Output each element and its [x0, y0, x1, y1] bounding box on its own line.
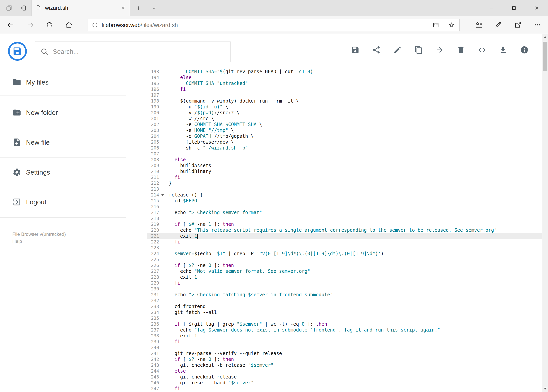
- code-line[interactable]: 232: [147, 298, 542, 304]
- code-line[interactable]: 200 -v /$(pwd):/src:z \: [147, 110, 542, 116]
- code-line[interactable]: 207: [147, 151, 542, 157]
- code-line[interactable]: 238 exit 1: [147, 333, 542, 339]
- sidebar-item-new-file[interactable]: New file: [0, 136, 126, 148]
- line-number[interactable]: 239: [147, 339, 164, 345]
- line-number[interactable]: 214: [147, 192, 164, 198]
- tab-preview-icon[interactable]: [16, 0, 30, 16]
- code-line[interactable]: 241 git rev-parse --verify --quiet relea…: [147, 350, 542, 356]
- line-number[interactable]: 235: [147, 315, 164, 321]
- line-number[interactable]: 205: [147, 139, 164, 145]
- address-bar[interactable]: filebrowser.web/files/wizard.sh: [87, 19, 460, 31]
- code-line[interactable]: 231 echo "> Checking matching $semver in…: [147, 292, 542, 298]
- code-icon[interactable]: [475, 37, 490, 63]
- reading-view-icon[interactable]: [431, 19, 441, 31]
- vertical-scrollbar[interactable]: [542, 34, 548, 392]
- line-number[interactable]: 219: [147, 221, 164, 227]
- line-number[interactable]: 216: [147, 204, 164, 210]
- close-window-button[interactable]: [528, 0, 545, 16]
- code-line[interactable]: 218: [147, 216, 542, 221]
- forward-button[interactable]: [23, 16, 37, 34]
- code-line[interactable]: 247 fi: [147, 386, 542, 392]
- code-line[interactable]: 220 echo "This release script requires a…: [147, 227, 542, 233]
- code-line[interactable]: 203 -e HOME="//tmp" \: [147, 127, 542, 133]
- code-line[interactable]: 223: [147, 245, 542, 251]
- code-line[interactable]: 198 $(command -v winpty) docker run --rm…: [147, 98, 542, 104]
- line-number[interactable]: 206: [147, 145, 164, 151]
- line-number[interactable]: 218: [147, 216, 164, 221]
- line-number[interactable]: 200: [147, 110, 164, 116]
- filebrowser-logo[interactable]: [8, 42, 27, 61]
- code-line[interactable]: 211 fi: [147, 174, 542, 180]
- code-line[interactable]: 209 buildAssets: [147, 163, 542, 168]
- code-line[interactable]: 219 if [ $# -ne 1 ]; then: [147, 221, 542, 227]
- scroll-up-icon[interactable]: [542, 34, 548, 41]
- code-line[interactable]: 243 git checkout -b release "$semver": [147, 362, 542, 368]
- code-line[interactable]: 233 cd frontend: [147, 304, 542, 309]
- code-line[interactable]: 242 if [ $? -ne 0 ]; then: [147, 356, 542, 362]
- code-line[interactable]: 227 echo "Not valid semver format. See s…: [147, 268, 542, 274]
- line-number[interactable]: 220: [147, 227, 164, 233]
- web-note-pen-icon[interactable]: [491, 16, 505, 34]
- line-number[interactable]: 209: [147, 163, 164, 168]
- line-number[interactable]: 246: [147, 380, 164, 386]
- scrollbar-thumb[interactable]: [543, 42, 548, 71]
- line-number[interactable]: 225: [147, 257, 164, 262]
- code-line[interactable]: 215 cd $REPO: [147, 198, 542, 204]
- line-number[interactable]: 236: [147, 321, 164, 327]
- code-line[interactable]: 212}: [147, 180, 542, 186]
- code-line[interactable]: 214release () {: [147, 192, 542, 198]
- code-line[interactable]: 224 semver=$(echo "$1" | grep -P '^v(0|[…: [147, 251, 542, 257]
- line-number[interactable]: 226: [147, 262, 164, 268]
- code-line[interactable]: 228 exit 1: [147, 274, 542, 280]
- refresh-button[interactable]: [42, 16, 56, 34]
- line-number[interactable]: 198: [147, 98, 164, 104]
- line-number[interactable]: 240: [147, 345, 164, 350]
- line-number[interactable]: 229: [147, 280, 164, 286]
- line-number[interactable]: 222: [147, 239, 164, 245]
- line-number[interactable]: 241: [147, 350, 164, 356]
- line-number[interactable]: 202: [147, 121, 164, 127]
- save-icon[interactable]: [348, 37, 363, 63]
- code-line[interactable]: 204 -e GOPATH=//tmp/gopath \: [147, 133, 542, 139]
- sidebar-item-my-files[interactable]: My files: [0, 76, 126, 88]
- line-number[interactable]: 199: [147, 104, 164, 110]
- line-number[interactable]: 201: [147, 116, 164, 121]
- line-number[interactable]: 213: [147, 186, 164, 192]
- code-line[interactable]: 194 else: [147, 75, 542, 80]
- code-line[interactable]: 196 fi: [147, 86, 542, 92]
- line-number[interactable]: 196: [147, 86, 164, 92]
- line-number[interactable]: 247: [147, 386, 164, 392]
- sidebar-item-new-folder[interactable]: New folder: [0, 107, 126, 119]
- code-line[interactable]: 216: [147, 204, 542, 210]
- code-line[interactable]: 199 -u "$(id -u)" \: [147, 104, 542, 110]
- code-line[interactable]: 237 echo "Tag $semver does not exist in …: [147, 327, 542, 333]
- code-line[interactable]: 240: [147, 345, 542, 350]
- line-number[interactable]: 243: [147, 362, 164, 368]
- line-number[interactable]: 204: [147, 133, 164, 139]
- back-button[interactable]: [4, 16, 18, 34]
- code-line[interactable]: 208 else: [147, 157, 542, 163]
- info-icon[interactable]: [517, 37, 532, 63]
- code-line[interactable]: 246 git reset --hard "$semver": [147, 380, 542, 386]
- line-number[interactable]: 193: [147, 69, 164, 75]
- line-number[interactable]: 230: [147, 286, 164, 292]
- line-number[interactable]: 233: [147, 304, 164, 309]
- hub-favorites-icon[interactable]: [472, 16, 486, 34]
- code-line[interactable]: 239 fi: [147, 339, 542, 345]
- code-line[interactable]: 201 -w //src \: [147, 116, 542, 121]
- new-tab-button[interactable]: [132, 0, 145, 16]
- sidebar-item-logout[interactable]: Logout: [0, 196, 126, 208]
- line-number[interactable]: 212: [147, 180, 164, 186]
- set-tabs-aside-icon[interactable]: [2, 0, 16, 16]
- code-line[interactable]: 230: [147, 286, 542, 292]
- line-number[interactable]: 232: [147, 298, 164, 304]
- code-line[interactable]: 222 fi: [147, 239, 542, 245]
- share-page-icon[interactable]: [511, 16, 525, 34]
- browser-tab[interactable]: wizard.sh: [32, 0, 130, 16]
- line-number[interactable]: 231: [147, 292, 164, 298]
- download-icon[interactable]: [496, 37, 511, 63]
- line-number[interactable]: 207: [147, 151, 164, 157]
- code-editor[interactable]: 193 COMMIT_SHA="$(git rev-parse HEAD | c…: [147, 66, 542, 392]
- line-number[interactable]: 211: [147, 174, 164, 180]
- delete-icon[interactable]: [453, 37, 468, 63]
